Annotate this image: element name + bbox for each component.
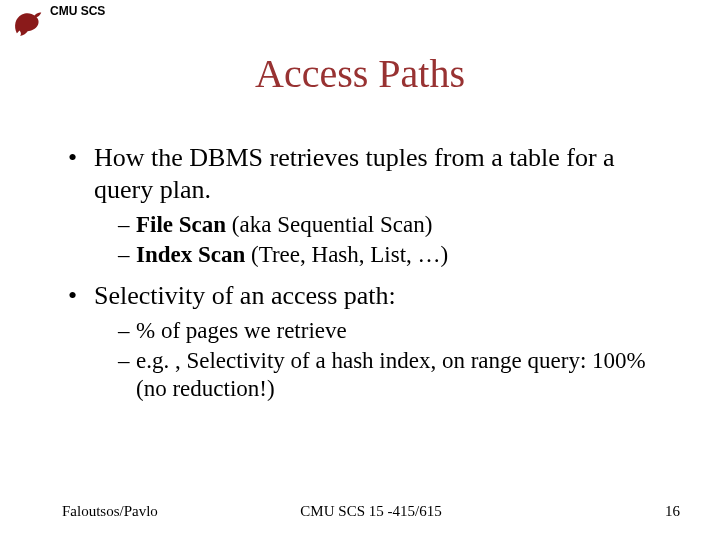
slide-title: Access Paths: [0, 50, 720, 97]
bullet-1: How the DBMS retrieves tuples from a tab…: [62, 142, 670, 270]
file-scan-rest: (aka Sequential Scan): [226, 212, 432, 237]
slide-header: CMU SCS: [10, 6, 105, 40]
file-scan-label: File Scan: [136, 212, 226, 237]
bullet-2: Selectivity of an access path: % of page…: [62, 280, 670, 404]
header-org-label: CMU SCS: [50, 4, 105, 18]
slide-footer: Faloutsos/Pavlo CMU SCS 15 -415/615 16: [62, 503, 680, 520]
bullet-2-sub-2: e.g. , Selectivity of a hash index, on r…: [118, 347, 670, 403]
footer-authors: Faloutsos/Pavlo: [62, 503, 158, 520]
bullet-2-sub-1: % of pages we retrieve: [118, 317, 670, 345]
index-scan-label: Index Scan: [136, 242, 245, 267]
bullet-1-sub-2: Index Scan (Tree, Hash, List, …): [118, 241, 670, 269]
bullet-2-text: Selectivity of an access path:: [94, 281, 396, 310]
bullet-1-sub-1: File Scan (aka Sequential Scan): [118, 211, 670, 239]
bullet-1-text: How the DBMS retrieves tuples from a tab…: [94, 143, 615, 204]
slide-body: How the DBMS retrieves tuples from a tab…: [62, 142, 670, 413]
index-scan-rest: (Tree, Hash, List, …): [245, 242, 448, 267]
footer-page-number: 16: [665, 503, 680, 520]
cmu-dragon-icon: [10, 6, 44, 40]
